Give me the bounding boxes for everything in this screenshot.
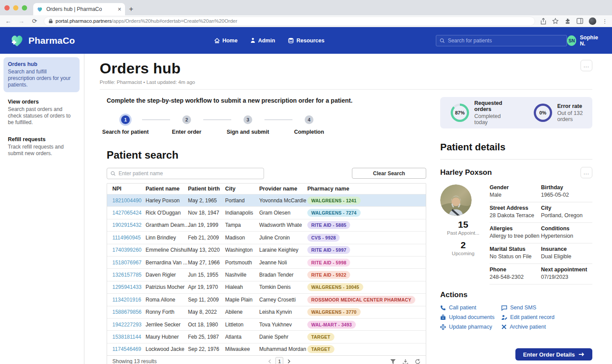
- send-sms-action[interactable]: Send SMS: [501, 305, 592, 311]
- pharmacy-cross-icon: [440, 324, 446, 330]
- col-npi[interactable]: NPI: [112, 186, 146, 192]
- sidebar-item-refill-requests[interactable]: Refill requests Track refill requests an…: [3, 132, 80, 161]
- prev-page-icon[interactable]: [268, 359, 271, 364]
- bookmark-star-icon[interactable]: [552, 18, 559, 24]
- share-icon[interactable]: [540, 18, 546, 24]
- npi-link[interactable]: 1174546469: [112, 346, 146, 352]
- step-completion[interactable]: 4 Completion: [292, 115, 326, 135]
- step-connector: [142, 119, 170, 120]
- table-row[interactable]: 1295941433 Patrizius Mocher Apr 19, 1970…: [107, 281, 426, 293]
- tab-close-icon[interactable]: ✕: [118, 7, 122, 12]
- npi-link[interactable]: 1942227293: [112, 322, 146, 328]
- address-bar[interactable]: portal.pharmaco.partners/apps/Orders%20h…: [44, 17, 535, 26]
- table-row[interactable]: 1326157785 Daven Rigler Jun 15, 1955 Nas…: [107, 268, 426, 281]
- call-patient-action[interactable]: Call patient: [440, 305, 501, 311]
- download-icon[interactable]: [403, 359, 408, 364]
- table-row[interactable]: 1427065424 Rick O'Duggan Nov 18, 1947 In…: [107, 206, 426, 218]
- pharmacy-badge: RITE AID - 5885: [307, 221, 350, 229]
- sidebar-item-desc: Search past orders and check statuses of…: [8, 106, 75, 126]
- city-cell: Maple Plain: [225, 297, 259, 303]
- browser-profile-avatar[interactable]: [589, 17, 596, 25]
- forward-icon[interactable]: →: [17, 17, 25, 24]
- npi-link[interactable]: 1295941433: [112, 284, 146, 290]
- brand[interactable]: PharmaCo: [10, 34, 75, 47]
- col-patient-birth[interactable]: Patient birth: [188, 186, 225, 192]
- user-avatar[interactable]: SN: [567, 35, 576, 46]
- patient-name-cell: Maury Hubner: [146, 334, 188, 340]
- reload-icon[interactable]: ⟳: [31, 17, 38, 24]
- enter-order-details-button[interactable]: Enter Order Details: [515, 348, 593, 361]
- patient-search-input[interactable]: [448, 38, 563, 44]
- actions-heading: Actions: [440, 291, 592, 299]
- field-value: 28 Dakota Terrace: [490, 212, 541, 218]
- browser-tab[interactable]: Orders hub | PharmaCo ✕: [33, 3, 125, 15]
- resources-icon: [288, 38, 294, 43]
- patient-name: Harley Poxson: [440, 168, 492, 177]
- provider-cell: Wadsworth Whate: [259, 222, 307, 228]
- col-city[interactable]: City: [225, 186, 259, 192]
- current-page[interactable]: 1: [275, 357, 283, 364]
- user-menu[interactable]: SN Sophie N.: [567, 35, 602, 47]
- refresh-icon[interactable]: [415, 359, 421, 364]
- field-label: Conditions: [541, 225, 593, 232]
- sidebar-item-view-orders[interactable]: View orders Search past orders and check…: [3, 95, 80, 130]
- filter-icon[interactable]: [390, 359, 396, 364]
- x-icon: [501, 324, 507, 329]
- window-controls[interactable]: [4, 0, 33, 15]
- provider-cell: Tomkin Denis: [259, 284, 307, 290]
- npi-link[interactable]: 1588679856: [112, 309, 146, 315]
- sidebar-item-title: Refill requests: [8, 136, 75, 142]
- table-row[interactable]: 1134201916 Roma Allone Sep 11, 2009 Mapl…: [107, 293, 426, 305]
- side-panel-icon[interactable]: [577, 18, 583, 24]
- maximize-window-icon[interactable]: [22, 5, 27, 10]
- table-row[interactable]: 1902915432 Grantham Deam... Jan 19, 1999…: [107, 219, 426, 231]
- extensions-icon[interactable]: [564, 18, 571, 24]
- field-label: Birthday: [541, 184, 593, 191]
- step-search-for-patient[interactable]: 1 Search for patient: [109, 115, 142, 135]
- npi-link[interactable]: 1134201916: [112, 297, 146, 303]
- patient-name-input[interactable]: [118, 170, 260, 177]
- patient-name-search[interactable]: [107, 168, 264, 179]
- step-enter-order[interactable]: 2 Enter order: [170, 115, 203, 135]
- nav-item-resources[interactable]: Resources: [288, 38, 324, 44]
- nav-item-admin[interactable]: Admin: [250, 38, 275, 44]
- table-row[interactable]: 1538181144 Maury Hubner Feb 25, 1987 Atl…: [107, 330, 426, 343]
- edit-patient-record-action[interactable]: Edit patient record: [501, 314, 592, 320]
- col-patient-name[interactable]: Patient name: [146, 186, 188, 192]
- table-row[interactable]: 1588679856 Ronny Forth May 8, 2022 Abile…: [107, 306, 426, 318]
- table-row[interactable]: 1114960945 Linn Brindley Feb 21, 2009 Ma…: [107, 231, 426, 243]
- npi-link[interactable]: 1114960945: [112, 235, 146, 241]
- close-window-icon[interactable]: [4, 5, 10, 10]
- clear-search-button[interactable]: Clear Search: [352, 168, 426, 179]
- npi-link[interactable]: 1326157785: [112, 272, 146, 278]
- sidebar-item-orders-hub[interactable]: Orders hub Search and fulfill prescripti…: [3, 57, 80, 92]
- table-row[interactable]: 1740399260 Emmeline Chishull May 13, 202…: [107, 244, 426, 256]
- step-sign-and-submit[interactable]: 3 Sign and submit: [231, 115, 264, 135]
- minimize-window-icon[interactable]: [13, 5, 18, 10]
- search-icon: [440, 38, 445, 43]
- table-row[interactable]: 1174546469 Lockwood Jacke Sep 22, 1976 M…: [107, 343, 426, 355]
- npi-link[interactable]: 1821004490: [112, 198, 146, 204]
- browser-menu-icon[interactable]: ⋮: [602, 18, 608, 24]
- patient-menu-button[interactable]: ...: [581, 167, 592, 178]
- page-menu-button[interactable]: ...: [581, 60, 592, 71]
- archive-patient-action[interactable]: Archive patient: [501, 324, 592, 330]
- npi-link[interactable]: 1902915432: [112, 222, 146, 228]
- header-search[interactable]: [436, 35, 567, 46]
- table-row[interactable]: 1518076967 Bernardina Van ... May 27, 19…: [107, 256, 426, 268]
- col-pharmacy-name[interactable]: Pharmacy name: [307, 186, 426, 192]
- action-label: Edit patient record: [510, 314, 554, 320]
- npi-link[interactable]: 1740399260: [112, 247, 146, 253]
- back-icon[interactable]: ←: [4, 17, 12, 24]
- table-row[interactable]: 1821004490 Harley Poxson May 2, 1965 Por…: [107, 194, 426, 206]
- new-tab-button[interactable]: +: [125, 3, 137, 15]
- upload-documents-action[interactable]: Upload documents: [440, 314, 501, 320]
- npi-link[interactable]: 1538181144: [112, 334, 146, 340]
- npi-link[interactable]: 1427065424: [112, 210, 146, 216]
- nav-item-home[interactable]: Home: [214, 38, 238, 44]
- next-page-icon[interactable]: [288, 359, 291, 364]
- npi-link[interactable]: 1518076967: [112, 260, 146, 266]
- update-pharmacy-action[interactable]: Update pharmacy: [440, 324, 501, 330]
- table-row[interactable]: 1942227293 Jerrilee Secker Oct 18, 1980 …: [107, 318, 426, 330]
- col-provider-name[interactable]: Provider name: [259, 186, 307, 192]
